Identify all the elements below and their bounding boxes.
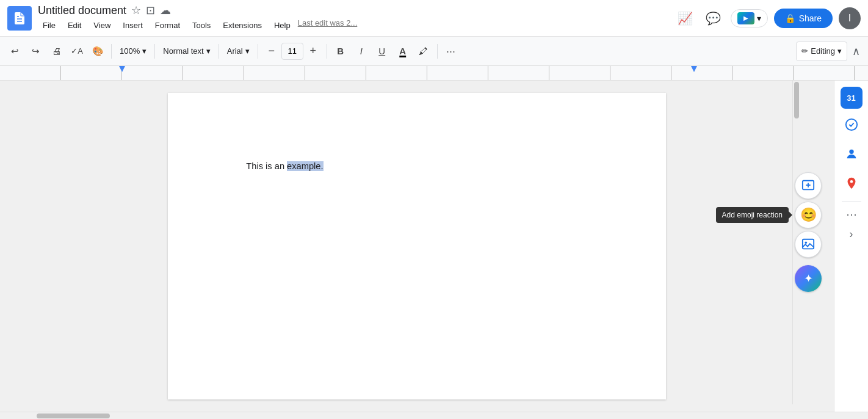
toolbar: ↩ ↪ 🖨 ✓A 🎨 100% ▾ Normal text ▾ Arial ▾ … xyxy=(0,37,868,66)
toolbar-divider-6 xyxy=(437,44,438,59)
vertical-scrollbar-thumb[interactable] xyxy=(794,82,799,118)
editing-label: Editing xyxy=(811,46,835,56)
font-value: Arial xyxy=(227,46,243,56)
chat-icon-btn[interactable]: 💬 xyxy=(703,7,725,29)
move-to-folder-icon[interactable]: ⊡ xyxy=(146,4,155,17)
print-button[interactable]: 🖨 xyxy=(46,42,66,61)
toolbar-divider-4 xyxy=(258,44,258,59)
underline-button[interactable]: U xyxy=(372,42,392,61)
add-emoji-button[interactable]: 😊 xyxy=(795,202,822,228)
menu-tools[interactable]: Tools xyxy=(187,18,215,32)
italic-button[interactable]: I xyxy=(352,42,371,61)
undo-button[interactable]: ↩ xyxy=(5,42,24,61)
sidebar-more-button[interactable]: ⋯ xyxy=(839,207,864,222)
toolbar-collapse-button[interactable]: ∧ xyxy=(848,44,863,59)
doc-title-area: Untitled document ☆ ⊡ ☁ File Edit View I… xyxy=(38,4,668,32)
svg-point-9 xyxy=(849,149,853,153)
pencil-icon: ✏ xyxy=(801,46,808,56)
float-action-panel: Add emoji reaction 😊 ✦ xyxy=(795,172,822,292)
svg-point-8 xyxy=(845,118,856,129)
docs-logo-icon xyxy=(12,11,27,26)
menu-insert[interactable]: Insert xyxy=(118,18,148,32)
emoji-tooltip: Add emoji reaction xyxy=(716,207,789,223)
share-button[interactable]: 🔒 Share xyxy=(774,9,833,28)
toolbar-divider-1 xyxy=(111,44,112,59)
right-sidebar: 31 xyxy=(834,81,868,412)
menu-help[interactable]: Help xyxy=(269,18,295,32)
menu-edit[interactable]: Edit xyxy=(63,18,86,32)
top-bar: Untitled document ☆ ⊡ ☁ File Edit View I… xyxy=(0,0,868,37)
tasks-sidebar-button[interactable] xyxy=(839,114,864,138)
svg-rect-6 xyxy=(803,239,814,249)
star-icon[interactable]: ☆ xyxy=(131,4,141,17)
spell-check-button[interactable]: ✓A xyxy=(67,42,87,61)
paint-format-button[interactable]: 🎨 xyxy=(88,42,107,61)
lock-icon: 🔒 xyxy=(785,13,795,23)
text-before-highlight: This is an xyxy=(246,161,287,171)
last-edit[interactable]: Last edit was 2... xyxy=(298,18,358,32)
font-size-control: − + xyxy=(262,42,323,61)
add-comment-icon xyxy=(801,179,815,192)
menu-extensions[interactable]: Extensions xyxy=(218,18,267,32)
document-content[interactable]: This is an example. xyxy=(226,151,607,181)
cloud-save-icon[interactable]: ☁ xyxy=(160,4,171,17)
tasks-icon xyxy=(845,118,858,134)
text-color-button[interactable]: A xyxy=(393,42,413,61)
font-size-increase-button[interactable]: + xyxy=(303,42,323,61)
horizontal-scrollbar-thumb[interactable] xyxy=(37,414,110,418)
bold-button[interactable]: B xyxy=(331,42,350,61)
sidebar-chevron-button[interactable]: › xyxy=(839,227,864,241)
emoji-reaction-container: Add emoji reaction 😊 xyxy=(795,202,822,228)
calendar-sidebar-button[interactable]: 31 xyxy=(841,87,863,109)
app-icon[interactable] xyxy=(7,6,32,31)
tasks-svg-icon xyxy=(845,118,858,131)
document-page[interactable]: This is an example. xyxy=(168,93,666,399)
font-select[interactable]: Arial ▾ xyxy=(223,42,254,61)
horizontal-scrollbar-track xyxy=(0,412,868,419)
contacts-icon xyxy=(845,147,858,164)
highlighted-text[interactable]: example. xyxy=(287,161,323,171)
ruler-markings xyxy=(0,66,868,80)
ai-sparkle-icon: ✦ xyxy=(804,272,813,285)
share-label: Share xyxy=(799,13,822,23)
font-chevron-icon: ▾ xyxy=(245,46,250,56)
menu-bar: File Edit View Insert Format Tools Exten… xyxy=(38,18,668,32)
font-size-decrease-button[interactable]: − xyxy=(262,42,281,61)
sidebar-divider xyxy=(842,202,861,202)
more-options-button[interactable]: ⋯ xyxy=(441,42,461,61)
font-size-input[interactable] xyxy=(281,43,303,60)
toolbar-divider-2 xyxy=(154,44,155,59)
ruler xyxy=(0,66,868,81)
zoom-chevron-icon: ▾ xyxy=(142,46,146,56)
analytics-icon-btn[interactable]: 📈 xyxy=(675,7,696,29)
maps-icon xyxy=(845,177,858,193)
toolbar-divider-5 xyxy=(327,44,327,59)
menu-view[interactable]: View xyxy=(89,18,115,32)
text-style-value: Normal text xyxy=(163,46,203,56)
highlight-button[interactable]: 🖍 xyxy=(414,42,433,61)
text-style-select[interactable]: Normal text ▾ xyxy=(159,42,214,61)
add-image-button[interactable] xyxy=(795,231,822,258)
main-area: This is an example. Add emoji reaction 😊 xyxy=(0,81,868,412)
meet-button[interactable]: ▶ ▾ xyxy=(731,9,768,27)
contacts-sidebar-button[interactable] xyxy=(839,143,864,167)
editing-chevron-icon: ▾ xyxy=(837,46,842,56)
maps-sidebar-button[interactable] xyxy=(839,172,864,197)
document-area[interactable]: This is an example. Add emoji reaction 😊 xyxy=(0,81,834,412)
svg-point-10 xyxy=(850,180,853,183)
redo-button[interactable]: ↪ xyxy=(26,42,45,61)
contacts-svg-icon xyxy=(845,147,858,161)
top-right-controls: 📈 💬 ▶ ▾ 🔒 Share I xyxy=(675,7,861,29)
doc-title[interactable]: Untitled document xyxy=(38,4,126,17)
ai-assist-button[interactable]: ✦ xyxy=(795,265,822,292)
editing-mode-button[interactable]: ✏ Editing ▾ xyxy=(796,42,847,61)
maps-svg-icon xyxy=(845,177,858,190)
zoom-select[interactable]: 100% ▾ xyxy=(115,42,151,61)
calendar-icon: 31 xyxy=(847,93,855,103)
user-avatar[interactable]: I xyxy=(839,7,861,29)
add-comment-button[interactable] xyxy=(795,172,822,199)
menu-format[interactable]: Format xyxy=(150,18,185,32)
text-style-chevron-icon: ▾ xyxy=(206,46,211,56)
image-icon xyxy=(801,238,815,251)
menu-file[interactable]: File xyxy=(38,18,60,32)
